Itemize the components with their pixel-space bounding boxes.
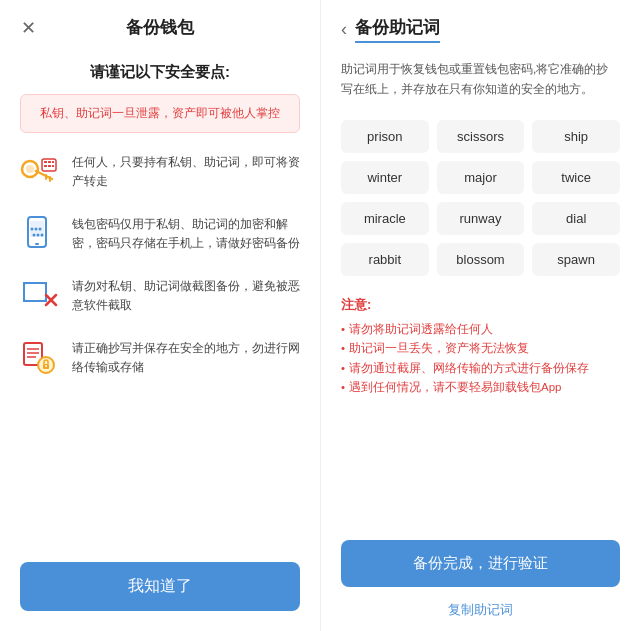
word-chip-8: runway [437,202,525,235]
word-chip-7: miracle [341,202,429,235]
svg-rect-21 [24,283,46,301]
tip-item-key: 任何人，只要持有私钥、助记词，即可将资产转走 [16,149,304,193]
svg-rect-8 [52,161,54,163]
right-footer: 备份完成，进行验证 复制助记词 [321,530,640,631]
left-subtitle: 请谨记以下安全要点: [0,55,320,94]
right-description: 助记词用于恢复钱包或重置钱包密码,将它准确的抄写在纸上，并存放在只有你知道的安全… [321,59,640,112]
back-button[interactable]: ‹ [341,19,347,40]
word-chip-3: ship [532,120,620,153]
word-chip-6: twice [532,161,620,194]
notice-item-4: 遇到任何情况，请不要轻易卸载钱包App [341,378,620,398]
svg-rect-17 [35,243,39,245]
svg-point-18 [31,228,34,231]
svg-point-15 [37,234,40,237]
phone-lock-icon [16,211,60,255]
svg-point-16 [41,234,44,237]
copy-mnemonic-link[interactable]: 复制助记词 [341,597,620,623]
tip-list: 任何人，只要持有私钥、助记词，即可将资产转走 钱包密码仅用于私钥、助记词的加密和… [0,149,320,548]
notice-item-2: 助记词一旦丢失，资产将无法恢复 [341,339,620,359]
svg-rect-11 [52,165,54,167]
svg-point-20 [39,228,42,231]
svg-point-14 [33,234,36,237]
tip-text-password: 钱包密码仅用于私钥、助记词的加密和解密，密码只存储在手机上，请做好密码备份 [72,211,304,253]
notice-item-1: 请勿将助记词透露给任何人 [341,320,620,340]
word-chip-10: rabbit [341,243,429,276]
word-chip-11: blossom [437,243,525,276]
svg-rect-10 [48,165,51,167]
tip-item-screenshot: 请勿对私钥、助记词做截图备份，避免被恶意软件截取 [16,273,304,317]
left-header: ✕ 备份钱包 [0,0,320,55]
tip-item-password: 钱包密码仅用于私钥、助记词的加密和解密，密码只存储在手机上，请做好密码备份 [16,211,304,255]
word-chip-1: prison [341,120,429,153]
svg-point-1 [26,165,34,173]
svg-point-19 [35,228,38,231]
word-chip-4: winter [341,161,429,194]
tip-text-screenshot: 请勿对私钥、助记词做截图备份，避免被恶意软件截取 [72,273,304,315]
left-footer: 我知道了 [0,548,320,631]
left-title: 备份钱包 [126,16,194,39]
screenshot-x-icon [16,273,60,317]
word-grid: prison scissors ship winter major twice … [321,112,640,288]
confirm-backup-button[interactable]: 备份完成，进行验证 [341,540,620,587]
svg-point-30 [45,365,47,367]
tip-text-copy: 请正确抄写并保存在安全的地方，勿进行网络传输或存储 [72,335,304,377]
notice-section: 注意: 请勿将助记词透露给任何人 助记词一旦丢失，资产将无法恢复 请勿通过截屏、… [321,288,640,410]
svg-rect-9 [44,165,47,167]
copy-safe-icon [16,335,60,379]
notice-item-3: 请勿通过截屏、网络传输的方式进行备份保存 [341,359,620,379]
word-chip-12: spawn [532,243,620,276]
right-title: 备份助记词 [355,16,440,43]
right-panel: ‹ 备份助记词 助记词用于恢复钱包或重置钱包密码,将它准确的抄写在纸上，并存放在… [320,0,640,631]
word-chip-2: scissors [437,120,525,153]
key-calc-icon [16,149,60,193]
left-panel: ✕ 备份钱包 请谨记以下安全要点: 私钥、助记词一旦泄露，资产即可被他人掌控 [0,0,320,631]
svg-rect-6 [44,161,47,163]
word-chip-5: major [437,161,525,194]
right-header: ‹ 备份助记词 [321,0,640,59]
notice-title: 注意: [341,296,620,314]
tip-text-key: 任何人，只要持有私钥、助记词，即可将资产转走 [72,149,304,191]
tip-item-copy: 请正确抄写并保存在安全的地方，勿进行网络传输或存储 [16,335,304,379]
i-understand-button[interactable]: 我知道了 [20,562,300,611]
close-button[interactable]: ✕ [16,16,40,40]
svg-rect-7 [48,161,51,163]
warning-banner: 私钥、助记词一旦泄露，资产即可被他人掌控 [20,94,300,133]
word-chip-9: dial [532,202,620,235]
